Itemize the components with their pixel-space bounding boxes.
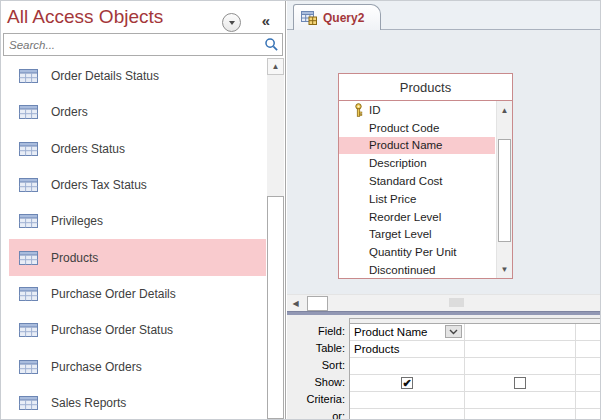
sidebar-item-label: Purchase Orders xyxy=(51,360,142,374)
scroll-down-icon[interactable]: ▼ xyxy=(497,261,512,277)
tab-query2[interactable]: Query2 xyxy=(293,4,381,30)
field-name: Quantity Per Unit xyxy=(369,246,457,258)
sidebar-item-orders-tax-status[interactable]: Orders Tax Status xyxy=(9,167,266,203)
design-grid: Product NameProducts✔ xyxy=(349,318,600,420)
diagram-horizontal-scrollbar[interactable]: ◀ xyxy=(287,294,600,311)
grid-row-table: Products xyxy=(350,341,600,358)
diagram-scrollbar-thumb[interactable] xyxy=(307,296,328,311)
table-icon xyxy=(19,214,38,228)
sidebar-item-label: Orders xyxy=(51,105,88,119)
grid-cell-or-col2[interactable] xyxy=(465,409,576,420)
scroll-up-icon[interactable]: ▲ xyxy=(267,58,284,75)
sidebar-item-purchase-order-details[interactable]: Purchase Order Details xyxy=(9,276,266,312)
grid-label-or: or: xyxy=(287,408,349,420)
sidebar-item-products[interactable]: Products xyxy=(9,239,266,275)
search-input[interactable] xyxy=(4,34,263,55)
sidebar-item-purchase-order-status[interactable]: Purchase Order Status xyxy=(9,312,266,348)
table-icon xyxy=(19,251,38,265)
field-name: Target Level xyxy=(369,228,432,240)
field-dropdown-button[interactable] xyxy=(445,325,462,338)
scroll-left-icon[interactable]: ◀ xyxy=(287,295,304,311)
grid-cell-sort-col2[interactable] xyxy=(465,358,576,374)
grid-cell-criteria-col2[interactable] xyxy=(465,392,576,408)
grid-row-or xyxy=(350,409,600,420)
field-name: Description xyxy=(369,157,427,169)
show-checkbox-checked[interactable]: ✔ xyxy=(401,377,413,389)
grid-row-criteria xyxy=(350,392,600,409)
grid-cell-table-col2[interactable] xyxy=(465,341,576,357)
field-row-standard-cost[interactable]: Standard Cost xyxy=(339,172,495,190)
sidebar-item-privileges[interactable]: Privileges xyxy=(9,203,266,239)
grid-label-criteria: Criteria: xyxy=(287,391,349,408)
field-name: Product Code xyxy=(369,122,439,134)
field-row-reorder-level[interactable]: Reorder Level xyxy=(339,208,495,226)
field-row-discontinued[interactable]: Discontinued xyxy=(339,261,495,278)
sidebar-item-orders-status[interactable]: Orders Status xyxy=(9,131,266,167)
table-icon xyxy=(19,69,38,83)
field-list-scrollbar-thumb[interactable] xyxy=(498,139,511,242)
grid-label-sort: Sort: xyxy=(287,357,349,374)
chevron-down-icon xyxy=(229,21,235,25)
nav-scrollbar-thumb[interactable] xyxy=(267,196,284,419)
nav-pane-menu-button[interactable] xyxy=(222,13,241,32)
shutter-bar-close-button[interactable]: « xyxy=(262,12,270,29)
field-row-product-code[interactable]: Product Code xyxy=(339,119,495,137)
table-icon xyxy=(19,178,38,192)
field-row-target-level[interactable]: Target Level xyxy=(339,226,495,244)
grid-rows: Product NameProducts✔ xyxy=(350,324,600,420)
search-icon[interactable] xyxy=(264,37,279,52)
access-window: All Access Objects « Order Details Statu… xyxy=(0,0,601,420)
sidebar-item-purchase-orders[interactable]: Purchase Orders xyxy=(9,348,266,384)
query-design-grid-pane: Field:Table:Sort:Show:Criteria:or: Produ… xyxy=(287,315,600,419)
field-row-quantity-per-unit[interactable]: Quantity Per Unit xyxy=(339,243,495,261)
sidebar-item-order-details-status[interactable]: Order Details Status xyxy=(9,58,266,94)
nav-object-list: Order Details StatusOrdersOrders StatusO… xyxy=(1,58,266,419)
field-row-id[interactable]: ID xyxy=(339,101,495,119)
sidebar-item-label: Orders Tax Status xyxy=(51,178,147,192)
field-row-product-name[interactable]: Product Name xyxy=(339,137,495,155)
splitter-handle[interactable] xyxy=(449,298,464,307)
grid-cell-criteria-col1[interactable] xyxy=(350,392,465,408)
table-icon xyxy=(19,105,38,119)
grid-row-labels: Field:Table:Sort:Show:Criteria:or: xyxy=(287,323,349,420)
sidebar-item-label: Order Details Status xyxy=(51,69,159,83)
grid-cell-show-col2[interactable] xyxy=(465,375,576,391)
field-list-scrollbar[interactable]: ▲ ▼ xyxy=(496,101,512,278)
search-box xyxy=(3,33,283,56)
grid-cell-table-col3[interactable] xyxy=(576,341,600,357)
grid-cell-show-col1[interactable]: ✔ xyxy=(350,375,465,391)
sidebar-item-orders[interactable]: Orders xyxy=(9,94,266,130)
sidebar-item-label: Orders Status xyxy=(51,142,125,156)
field-name: Product Name xyxy=(369,139,443,151)
grid-cell-sort-col3[interactable] xyxy=(576,358,600,374)
query-design-diagram-pane: Products IDProduct CodeProduct NameDescr… xyxy=(287,30,600,311)
grid-cell-or-col3[interactable] xyxy=(576,409,600,420)
nav-scrollbar[interactable]: ▲ xyxy=(267,58,284,419)
grid-cell-show-col3[interactable] xyxy=(576,375,600,391)
table-icon xyxy=(19,396,38,410)
grid-row-show: ✔ xyxy=(350,375,600,392)
grid-cell-criteria-col3[interactable] xyxy=(576,392,600,408)
grid-cell-field-col1[interactable]: Product Name xyxy=(350,324,465,340)
scroll-up-icon[interactable]: ▲ xyxy=(497,102,512,118)
sidebar-item-sales-reports[interactable]: Sales Reports xyxy=(9,385,266,419)
field-name: Discontinued xyxy=(369,264,435,276)
field-row-description[interactable]: Description xyxy=(339,154,495,172)
grid-label-field: Field: xyxy=(287,323,349,340)
field-row-list-price[interactable]: List Price xyxy=(339,190,495,208)
sidebar-item-label: Purchase Order Status xyxy=(51,323,173,337)
grid-value-table: Products xyxy=(350,343,399,355)
sidebar-item-label: Purchase Order Details xyxy=(51,287,176,301)
grid-label-table: Table: xyxy=(287,340,349,357)
grid-cell-sort-col1[interactable] xyxy=(350,358,465,374)
table-icon xyxy=(19,323,38,337)
query-icon xyxy=(301,11,317,25)
grid-cell-table-col1[interactable]: Products xyxy=(350,341,465,357)
grid-cell-or-col1[interactable] xyxy=(350,409,465,420)
field-name: Reorder Level xyxy=(369,211,441,223)
grid-cell-field-col2[interactable] xyxy=(465,324,576,340)
field-list-title[interactable]: Products xyxy=(339,74,512,101)
table-icon xyxy=(19,142,38,156)
grid-cell-field-col3[interactable] xyxy=(576,324,600,340)
show-checkbox-unchecked[interactable] xyxy=(514,377,526,389)
